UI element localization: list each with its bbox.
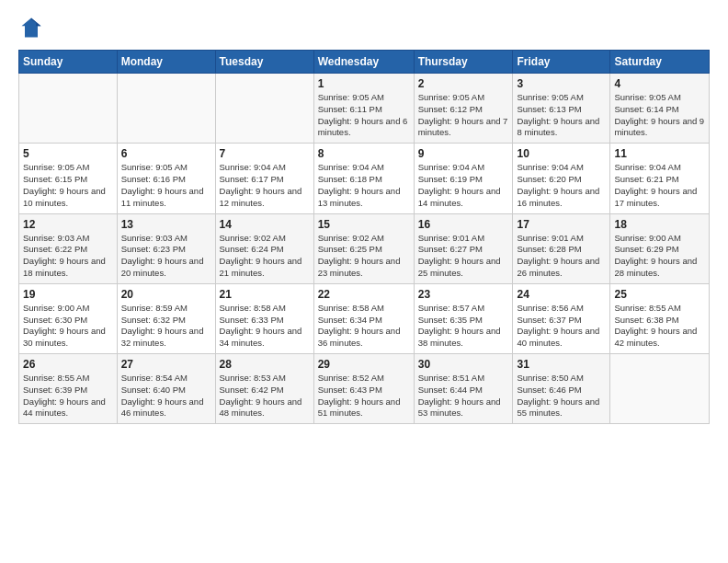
- calendar-header-row: SundayMondayTuesdayWednesdayThursdayFrid…: [19, 51, 710, 74]
- calendar-week-row: 26Sunrise: 8:55 AM Sunset: 6:39 PM Dayli…: [19, 354, 710, 424]
- calendar-day-cell: 11Sunrise: 9:04 AM Sunset: 6:21 PM Dayli…: [610, 144, 710, 213]
- day-number: 3: [517, 77, 606, 90]
- weekday-header: Saturday: [610, 51, 710, 74]
- calendar-day-cell: 20Sunrise: 8:59 AM Sunset: 6:32 PM Dayli…: [117, 283, 215, 353]
- day-info: Sunrise: 8:55 AM Sunset: 6:39 PM Dayligh…: [23, 373, 113, 419]
- calendar-day-cell: 31Sunrise: 8:50 AM Sunset: 6:46 PM Dayli…: [513, 354, 610, 424]
- logo: [18, 15, 48, 40]
- logo-icon: [18, 15, 44, 40]
- calendar-day-cell: 26Sunrise: 8:55 AM Sunset: 6:39 PM Dayli…: [19, 354, 118, 424]
- header: [18, 15, 710, 40]
- day-number: 1: [318, 77, 410, 90]
- day-number: 20: [121, 288, 211, 301]
- calendar-day-cell: 2Sunrise: 9:05 AM Sunset: 6:12 PM Daylig…: [414, 74, 513, 144]
- day-number: 4: [614, 77, 705, 90]
- day-info: Sunrise: 8:54 AM Sunset: 6:40 PM Dayligh…: [121, 373, 211, 419]
- day-info: Sunrise: 8:58 AM Sunset: 6:33 PM Dayligh…: [220, 303, 310, 350]
- day-info: Sunrise: 9:00 AM Sunset: 6:29 PM Dayligh…: [614, 233, 705, 280]
- calendar-day-cell: 29Sunrise: 8:52 AM Sunset: 6:43 PM Dayli…: [313, 354, 414, 424]
- weekday-header: Monday: [117, 51, 215, 74]
- calendar-day-cell: 5Sunrise: 9:05 AM Sunset: 6:15 PM Daylig…: [19, 144, 118, 213]
- calendar-day-cell: 13Sunrise: 9:03 AM Sunset: 6:23 PM Dayli…: [117, 213, 215, 283]
- calendar-week-row: 12Sunrise: 9:03 AM Sunset: 6:22 PM Dayli…: [19, 213, 710, 283]
- day-info: Sunrise: 8:58 AM Sunset: 6:34 PM Dayligh…: [318, 303, 410, 350]
- day-info: Sunrise: 9:02 AM Sunset: 6:24 PM Dayligh…: [220, 233, 310, 280]
- page: SundayMondayTuesdayWednesdayThursdayFrid…: [0, 0, 728, 563]
- calendar-week-row: 1Sunrise: 9:05 AM Sunset: 6:11 PM Daylig…: [19, 74, 710, 144]
- day-number: 7: [220, 147, 310, 160]
- svg-marker-0: [22, 18, 41, 38]
- calendar-week-row: 5Sunrise: 9:05 AM Sunset: 6:15 PM Daylig…: [19, 144, 710, 213]
- day-number: 16: [418, 218, 509, 231]
- day-info: Sunrise: 9:01 AM Sunset: 6:27 PM Dayligh…: [418, 233, 509, 280]
- day-info: Sunrise: 9:03 AM Sunset: 6:23 PM Dayligh…: [121, 233, 211, 280]
- calendar-day-cell: 1Sunrise: 9:05 AM Sunset: 6:11 PM Daylig…: [313, 74, 414, 144]
- calendar-day-cell: 24Sunrise: 8:56 AM Sunset: 6:37 PM Dayli…: [513, 283, 610, 353]
- calendar-day-cell: [610, 354, 710, 424]
- day-info: Sunrise: 9:04 AM Sunset: 6:20 PM Dayligh…: [517, 162, 606, 209]
- day-info: Sunrise: 9:05 AM Sunset: 6:14 PM Dayligh…: [614, 92, 705, 139]
- day-info: Sunrise: 8:56 AM Sunset: 6:37 PM Dayligh…: [517, 303, 606, 350]
- day-number: 29: [318, 358, 410, 371]
- day-number: 26: [23, 358, 113, 371]
- day-info: Sunrise: 9:01 AM Sunset: 6:28 PM Dayligh…: [517, 233, 606, 280]
- day-number: 11: [614, 147, 705, 160]
- calendar-day-cell: 21Sunrise: 8:58 AM Sunset: 6:33 PM Dayli…: [215, 283, 313, 353]
- calendar-week-row: 19Sunrise: 9:00 AM Sunset: 6:30 PM Dayli…: [19, 283, 710, 353]
- day-info: Sunrise: 9:05 AM Sunset: 6:12 PM Dayligh…: [418, 92, 509, 139]
- day-info: Sunrise: 9:02 AM Sunset: 6:25 PM Dayligh…: [318, 233, 410, 280]
- day-number: 27: [121, 358, 211, 371]
- day-number: 9: [418, 147, 509, 160]
- day-number: 24: [517, 288, 606, 301]
- day-number: 15: [318, 218, 410, 231]
- calendar-day-cell: 19Sunrise: 9:00 AM Sunset: 6:30 PM Dayli…: [19, 283, 118, 353]
- day-number: 6: [121, 147, 211, 160]
- calendar-day-cell: 22Sunrise: 8:58 AM Sunset: 6:34 PM Dayli…: [313, 283, 414, 353]
- day-number: 18: [614, 218, 705, 231]
- calendar-day-cell: 4Sunrise: 9:05 AM Sunset: 6:14 PM Daylig…: [610, 74, 710, 144]
- day-number: 17: [517, 218, 606, 231]
- day-info: Sunrise: 9:04 AM Sunset: 6:17 PM Dayligh…: [220, 162, 310, 209]
- day-info: Sunrise: 9:05 AM Sunset: 6:15 PM Dayligh…: [23, 162, 113, 209]
- day-info: Sunrise: 9:04 AM Sunset: 6:21 PM Dayligh…: [614, 162, 705, 209]
- calendar-day-cell: 17Sunrise: 9:01 AM Sunset: 6:28 PM Dayli…: [513, 213, 610, 283]
- calendar-day-cell: 10Sunrise: 9:04 AM Sunset: 6:20 PM Dayli…: [513, 144, 610, 213]
- day-info: Sunrise: 9:05 AM Sunset: 6:16 PM Dayligh…: [121, 162, 211, 209]
- weekday-header: Tuesday: [215, 51, 313, 74]
- day-info: Sunrise: 8:59 AM Sunset: 6:32 PM Dayligh…: [121, 303, 211, 350]
- calendar-day-cell: 7Sunrise: 9:04 AM Sunset: 6:17 PM Daylig…: [215, 144, 313, 213]
- day-number: 28: [220, 358, 310, 371]
- day-number: 31: [517, 358, 606, 371]
- day-info: Sunrise: 9:04 AM Sunset: 6:18 PM Dayligh…: [318, 162, 410, 209]
- day-number: 21: [220, 288, 310, 301]
- day-info: Sunrise: 8:51 AM Sunset: 6:44 PM Dayligh…: [418, 373, 509, 419]
- calendar: SundayMondayTuesdayWednesdayThursdayFrid…: [18, 50, 710, 424]
- calendar-day-cell: 14Sunrise: 9:02 AM Sunset: 6:24 PM Dayli…: [215, 213, 313, 283]
- day-info: Sunrise: 8:55 AM Sunset: 6:38 PM Dayligh…: [614, 303, 705, 350]
- calendar-day-cell: 6Sunrise: 9:05 AM Sunset: 6:16 PM Daylig…: [117, 144, 215, 213]
- calendar-day-cell: 8Sunrise: 9:04 AM Sunset: 6:18 PM Daylig…: [313, 144, 414, 213]
- weekday-header: Friday: [513, 51, 610, 74]
- day-number: 30: [418, 358, 509, 371]
- day-info: Sunrise: 9:00 AM Sunset: 6:30 PM Dayligh…: [23, 303, 113, 350]
- day-number: 5: [23, 147, 113, 160]
- calendar-day-cell: 12Sunrise: 9:03 AM Sunset: 6:22 PM Dayli…: [19, 213, 118, 283]
- day-info: Sunrise: 9:03 AM Sunset: 6:22 PM Dayligh…: [23, 233, 113, 280]
- day-number: 10: [517, 147, 606, 160]
- calendar-day-cell: 27Sunrise: 8:54 AM Sunset: 6:40 PM Dayli…: [117, 354, 215, 424]
- calendar-day-cell: 9Sunrise: 9:04 AM Sunset: 6:19 PM Daylig…: [414, 144, 513, 213]
- day-info: Sunrise: 9:05 AM Sunset: 6:11 PM Dayligh…: [318, 92, 410, 139]
- calendar-day-cell: [215, 74, 313, 144]
- weekday-header: Thursday: [414, 51, 513, 74]
- calendar-day-cell: 16Sunrise: 9:01 AM Sunset: 6:27 PM Dayli…: [414, 213, 513, 283]
- day-info: Sunrise: 8:50 AM Sunset: 6:46 PM Dayligh…: [517, 373, 606, 419]
- day-number: 14: [220, 218, 310, 231]
- day-number: 22: [318, 288, 410, 301]
- day-number: 8: [318, 147, 410, 160]
- calendar-day-cell: 18Sunrise: 9:00 AM Sunset: 6:29 PM Dayli…: [610, 213, 710, 283]
- calendar-day-cell: [19, 74, 118, 144]
- calendar-day-cell: 15Sunrise: 9:02 AM Sunset: 6:25 PM Dayli…: [313, 213, 414, 283]
- day-number: 13: [121, 218, 211, 231]
- day-number: 23: [418, 288, 509, 301]
- day-info: Sunrise: 9:04 AM Sunset: 6:19 PM Dayligh…: [418, 162, 509, 209]
